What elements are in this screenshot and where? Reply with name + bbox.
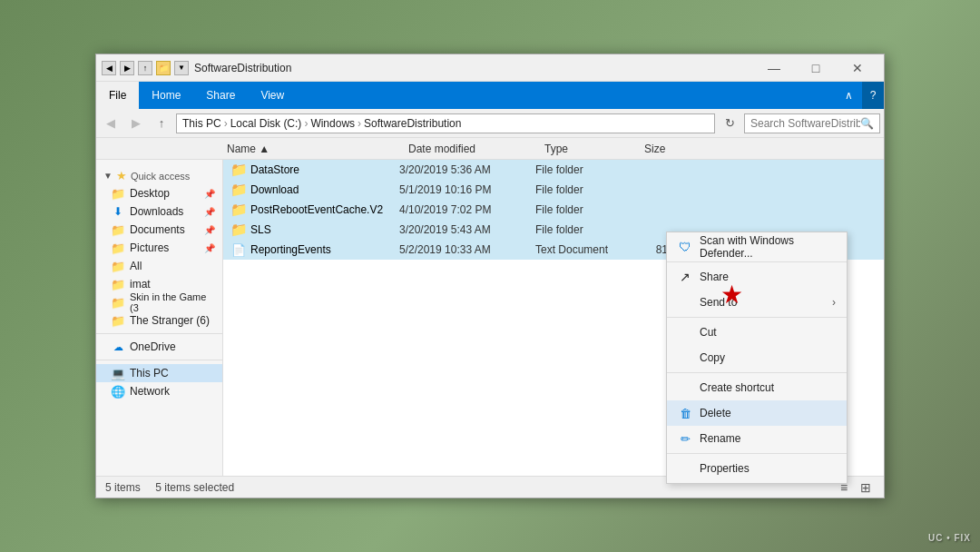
- thispc-icon: 💻: [111, 366, 125, 380]
- pictures-icon: 📁: [111, 241, 125, 255]
- up-button[interactable]: ↑: [151, 113, 172, 134]
- column-headers: Name ▲ Date modified Type Size: [96, 138, 884, 160]
- file-name-4: 📄 ReportingEvents: [227, 242, 396, 258]
- pin-icon-pictures: 📌: [204, 243, 215, 253]
- address-bar: ◀ ▶ ↑ This PC › Local Disk (C:) › Window…: [96, 109, 884, 138]
- sidebar: ▼ ★ Quick access 📁 Desktop 📌 ⬇ Downloads…: [96, 160, 223, 476]
- all-icon: 📁: [111, 259, 125, 273]
- search-input[interactable]: [750, 117, 860, 130]
- table-row[interactable]: 📁 Download 5/1/2019 10:16 PM File folder: [223, 180, 884, 200]
- sidebar-item-documents[interactable]: 📁 Documents 📌: [96, 221, 222, 239]
- documents-icon: 📁: [111, 222, 125, 237]
- col-size[interactable]: Size: [641, 143, 704, 155]
- path-localdisk: Local Disk (C:): [230, 117, 302, 130]
- explorer-window: ◀ ▶ ↑ 📁 ▼ SoftwareDistribution — □ ✕ Fil…: [95, 54, 885, 498]
- sidebar-item-imat[interactable]: 📁 imat: [96, 275, 222, 293]
- ctx-sep-3: [667, 372, 847, 373]
- sidebar-item-pictures[interactable]: 📁 Pictures 📌: [96, 239, 222, 257]
- title-bar: ◀ ▶ ↑ 📁 ▼ SoftwareDistribution — □ ✕: [96, 54, 884, 82]
- ctx-delete[interactable]: 🗑 Delete: [667, 400, 847, 426]
- window-title: SoftwareDistribution: [194, 62, 753, 74]
- tab-view[interactable]: View: [248, 82, 297, 109]
- col-name[interactable]: Name ▲: [223, 143, 405, 155]
- path-softdist: SoftwareDistribution: [364, 117, 461, 130]
- col-date[interactable]: Date modified: [405, 143, 541, 155]
- folder-icon-2: 📁: [230, 202, 247, 218]
- table-row[interactable]: 📁 DataStore 3/20/2019 5:36 AM File folde…: [223, 160, 884, 180]
- window-controls: — □ ✕: [753, 54, 878, 82]
- path-windows: Windows: [310, 117, 355, 130]
- path-thispc: This PC: [182, 117, 221, 130]
- ctx-scan[interactable]: 🛡 Scan with Windows Defender...: [667, 234, 847, 260]
- sendto-icon: [678, 295, 692, 310]
- table-row[interactable]: 📁 PostRebootEventCache.V2 4/10/2019 7:02…: [223, 200, 884, 220]
- col-type[interactable]: Type: [541, 143, 641, 155]
- refresh-button[interactable]: ↻: [719, 113, 740, 134]
- file-date-4: 5/2/2019 10:33 AM: [396, 243, 532, 256]
- desktop-folder-icon: 📁: [111, 186, 125, 201]
- selected-count: 5 items selected: [155, 481, 234, 494]
- tiles-view-button[interactable]: ⊞: [857, 478, 875, 497]
- file-date-0: 3/20/2019 5:36 AM: [396, 163, 532, 176]
- address-path[interactable]: This PC › Local Disk (C:) › Windows › So…: [176, 113, 715, 133]
- onedrive-icon: ☁: [111, 340, 125, 354]
- sidebar-divider-1: [96, 333, 222, 334]
- ribbon: File Home Share View ∧ ?: [96, 82, 884, 109]
- tab-share[interactable]: Share: [193, 82, 248, 109]
- ctx-sep-1: [667, 261, 847, 262]
- ctx-cut[interactable]: Cut: [667, 320, 847, 345]
- title-bar-icons: ◀ ▶ ↑ 📁 ▼: [102, 61, 189, 75]
- up-icon: ↑: [138, 61, 152, 75]
- maximize-button[interactable]: □: [795, 54, 837, 82]
- sidebar-item-skin[interactable]: 📁 Skin in the Game (3: [96, 293, 222, 311]
- forward-icon: ▶: [120, 61, 134, 75]
- sidebar-item-all[interactable]: 📁 All: [96, 257, 222, 275]
- ctx-rename[interactable]: ✏ Rename: [667, 426, 847, 451]
- sidebar-item-network[interactable]: 🌐 Network: [96, 382, 222, 400]
- file-name-3: 📁 SLS: [227, 222, 396, 238]
- close-button[interactable]: ✕: [837, 54, 878, 82]
- tab-file[interactable]: File: [96, 82, 139, 109]
- ctx-share[interactable]: ↗ Share: [667, 264, 847, 290]
- shortcut-icon: [678, 380, 692, 395]
- ctx-sep-4: [667, 453, 847, 454]
- ctx-create-shortcut[interactable]: Create shortcut: [667, 375, 847, 400]
- folder-icon: 📁: [156, 61, 171, 75]
- search-box[interactable]: 🔍: [744, 113, 880, 133]
- file-type-3: File folder: [532, 223, 632, 236]
- file-type-4: Text Document: [532, 243, 632, 256]
- minimize-button[interactable]: —: [753, 54, 795, 82]
- sidebar-item-onedrive[interactable]: ☁ OneDrive: [96, 338, 222, 356]
- copy-icon: [678, 350, 692, 365]
- file-date-1: 5/1/2019 10:16 PM: [396, 183, 532, 196]
- items-count: 5 items: [105, 481, 141, 494]
- back-button: ◀: [100, 113, 122, 134]
- sidebar-item-desktop[interactable]: 📁 Desktop 📌: [96, 184, 222, 202]
- tab-home[interactable]: Home: [139, 82, 193, 109]
- help-button[interactable]: ?: [862, 82, 884, 109]
- properties-icon: [678, 461, 692, 476]
- file-name-0: 📁 DataStore: [227, 162, 396, 178]
- imat-icon: 📁: [111, 277, 125, 291]
- ctx-copy[interactable]: Copy: [667, 345, 847, 370]
- ctx-properties[interactable]: Properties: [667, 456, 847, 481]
- rename-icon: ✏: [678, 431, 692, 446]
- file-name-2: 📁 PostRebootEventCache.V2: [227, 202, 396, 218]
- sidebar-item-downloads[interactable]: ⬇ Downloads 📌: [96, 202, 222, 221]
- ribbon-extra: ∧ ?: [836, 82, 884, 109]
- search-icon: 🔍: [860, 117, 874, 130]
- sidebar-item-stranger[interactable]: 📁 The Stranger (6): [96, 311, 222, 330]
- stranger-icon: 📁: [111, 313, 125, 328]
- folder-icon-3: 📁: [230, 222, 247, 238]
- network-icon: 🌐: [111, 384, 125, 399]
- ribbon-collapse[interactable]: ∧: [836, 89, 862, 102]
- file-date-3: 3/20/2019 5:43 AM: [396, 223, 532, 236]
- forward-button: ▶: [125, 113, 147, 134]
- file-date-2: 4/10/2019 7:02 PM: [396, 203, 532, 216]
- sidebar-item-thispc[interactable]: 💻 This PC: [96, 364, 222, 382]
- file-type-2: File folder: [532, 203, 632, 216]
- pin-icon-downloads: 📌: [204, 207, 215, 217]
- ctx-sendto[interactable]: Send to ›: [667, 290, 847, 315]
- downloads-icon: ⬇: [111, 204, 125, 219]
- sendto-arrow: ›: [832, 296, 836, 309]
